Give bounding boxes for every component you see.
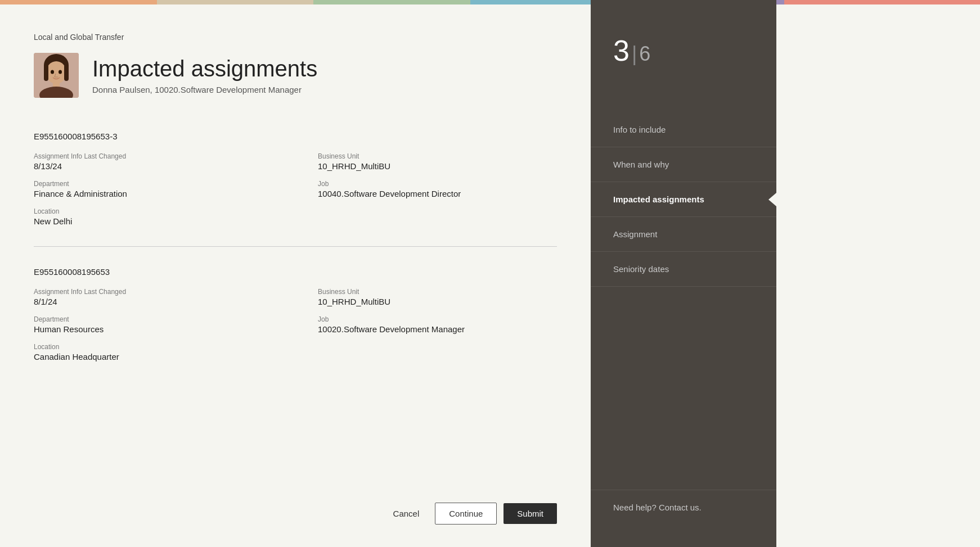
fields-grid-1: Assignment Info Last Changed 8/13/24 Bus… [34,152,557,226]
field-changed-1: Assignment Info Last Changed 8/13/24 [34,152,273,171]
field-loc-1: Location New Delhi [34,207,273,226]
field-label: Assignment Info Last Changed [34,152,273,160]
sidebar-item-info-to-include[interactable]: Info to include [591,112,776,147]
step-total: 6 [639,42,650,65]
field-value: Canadian Headquarter [34,352,273,361]
sidebar-item-seniority-dates[interactable]: Seniority dates [591,252,776,287]
field-dept-2: Department Human Resources [34,315,273,334]
page-title: Impacted assignments [92,56,317,82]
svg-point-8 [59,70,62,74]
field-label: Location [34,207,273,215]
assignment-id-1: E955160008195653-3 [34,132,557,141]
field-label: Job [318,180,557,188]
continue-button[interactable]: Continue [435,503,497,525]
svg-rect-4 [64,64,69,81]
avatar [34,53,79,98]
field-job-1: Job 10040.Software Development Director [318,180,557,198]
field-value: Human Resources [34,324,273,334]
sidebar: 3|6 Info to include When and why Impacte… [591,0,776,547]
field-label: Department [34,180,273,188]
sidebar-item-when-and-why[interactable]: When and why [591,147,776,182]
bottom-actions: Cancel Continue Submit [384,503,557,525]
sidebar-item-impacted-assignments[interactable]: Impacted assignments [591,182,776,217]
section-divider [34,246,557,247]
step-indicator: 3|6 [591,34,776,67]
assignment-section-1: E955160008195653-3 Assignment Info Last … [34,120,557,237]
field-job-2: Job 10020.Software Development Manager [318,315,557,334]
svg-rect-3 [44,64,48,81]
submit-button[interactable]: Submit [504,503,557,524]
field-label: Location [34,343,273,351]
page-label: Local and Global Transfer [34,33,557,42]
field-value: 10040.Software Development Director [318,189,557,198]
sidebar-item-label: When and why [613,160,669,169]
field-loc-2: Location Canadian Headquarter [34,343,273,361]
field-label: Business Unit [318,152,557,160]
sidebar-item-label: Info to include [613,125,666,134]
field-value: Finance & Administration [34,189,273,198]
main-content: Local and Global Transfer [0,4,591,547]
sidebar-item-label: Assignment [613,229,657,239]
header-section: Impacted assignments Donna Paulsen, 1002… [34,53,557,98]
field-label: Job [318,315,557,323]
svg-point-7 [51,70,54,74]
sidebar-item-assignment[interactable]: Assignment [591,217,776,252]
field-changed-2: Assignment Info Last Changed 8/1/24 [34,288,273,306]
field-value: 10_HRHD_MultiBU [318,161,557,171]
fields-grid-2: Assignment Info Last Changed 8/1/24 Busi… [34,288,557,361]
assignment-section-2: E955160008195653 Assignment Info Last Ch… [34,256,557,373]
field-label: Department [34,315,273,323]
sidebar-item-label: Impacted assignments [613,195,704,204]
sidebar-nav: Info to include When and why Impacted as… [591,112,776,287]
field-label: Business Unit [318,288,557,296]
top-color-bar [0,0,980,4]
assignment-id-2: E955160008195653 [34,267,557,277]
step-current: 3 [613,34,630,67]
field-value: 10_HRHD_MultiBU [318,297,557,306]
field-bu-1: Business Unit 10_HRHD_MultiBU [318,152,557,171]
field-value: New Delhi [34,216,273,226]
cancel-button[interactable]: Cancel [384,504,429,523]
svg-point-2 [46,61,66,84]
field-dept-1: Department Finance & Administration [34,180,273,198]
field-value: 10020.Software Development Manager [318,324,557,334]
page-subtitle: Donna Paulsen, 10020.Software Developmen… [92,85,317,94]
field-value: 8/1/24 [34,297,273,306]
field-value: 8/13/24 [34,161,273,171]
field-label: Assignment Info Last Changed [34,288,273,296]
sidebar-item-label: Seniority dates [613,264,669,274]
field-bu-2: Business Unit 10_HRHD_MultiBU [318,288,557,306]
sidebar-help-link[interactable]: Need help? Contact us. [591,490,776,525]
header-text: Impacted assignments Donna Paulsen, 1002… [92,56,317,94]
